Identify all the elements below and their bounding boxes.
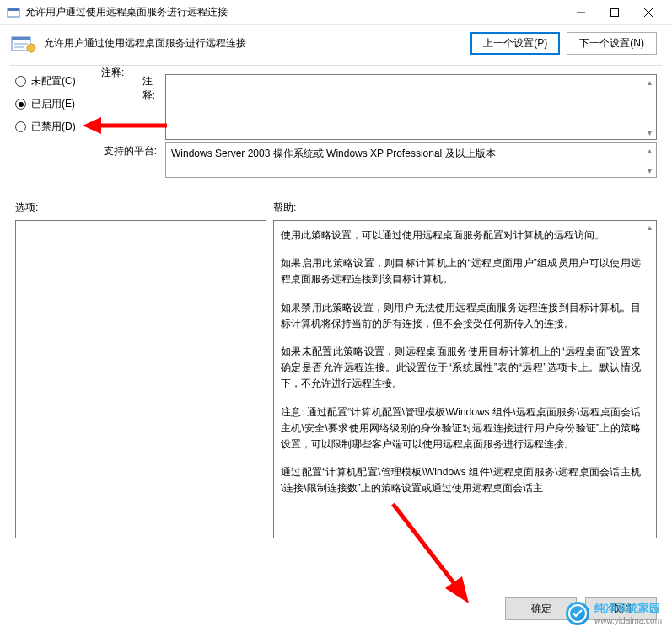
watermark: 纯净系统家园 www.yidaima.com bbox=[566, 601, 662, 625]
svg-marker-14 bbox=[445, 576, 469, 603]
help-paragraph: 通过配置“计算机配置\管理模板\Windows 组件\远程桌面服务\远程桌面会话… bbox=[281, 464, 641, 496]
policy-title: 允许用户通过使用远程桌面服务进行远程连接 bbox=[44, 36, 470, 51]
help-panel[interactable]: 使用此策略设置，可以通过使用远程桌面服务配置对计算机的远程访问。 如果启用此策略… bbox=[273, 220, 657, 538]
policy-icon bbox=[10, 34, 37, 54]
window-title: 允许用户通过使用远程桌面服务进行远程连接 bbox=[25, 5, 564, 19]
options-heading: 选项: bbox=[15, 201, 273, 215]
radio-disabled[interactable]: 已禁用(D) bbox=[15, 120, 165, 134]
app-icon bbox=[7, 6, 20, 19]
header-row: 允许用户通过使用远程桌面服务进行远程连接 上一个设置(P) 下一个设置(N) bbox=[0, 25, 672, 65]
notes-label-abs: 注释: bbox=[101, 66, 124, 80]
help-paragraph: 如果启用此策略设置，则目标计算机上的“远程桌面用户”组成员用户可以使用远程桌面服… bbox=[281, 255, 641, 287]
prev-setting-button[interactable]: 上一个设置(P) bbox=[470, 32, 560, 55]
window-controls bbox=[564, 1, 665, 24]
svg-rect-1 bbox=[8, 8, 19, 11]
maximize-button[interactable] bbox=[598, 1, 632, 24]
state-radio-group: 未配置(C) 已启用(E) 已禁用(D) bbox=[0, 66, 165, 147]
panels-row: 使用此策略设置，可以通过使用远程桌面服务配置对计算机的远程访问。 如果启用此策略… bbox=[0, 218, 672, 538]
chevron-up-icon: ▴ bbox=[644, 77, 654, 87]
help-paragraph: 使用此策略设置，可以通过使用远程桌面服务配置对计算机的远程访问。 bbox=[281, 228, 641, 244]
notes-label: 注释: bbox=[142, 74, 155, 103]
radio-label: 未配置(C) bbox=[31, 74, 76, 88]
chevron-down-icon: ▾ bbox=[644, 127, 654, 137]
help-heading: 帮助: bbox=[273, 201, 657, 215]
chevron-up-icon: ▴ bbox=[644, 222, 654, 233]
platform-text: Windows Server 2003 操作系统或 Windows XP Pro… bbox=[171, 147, 496, 159]
svg-rect-7 bbox=[12, 37, 30, 40]
help-paragraph: 注意: 通过配置“计算机配置\管理模板\Windows 组件\远程桌面服务\远程… bbox=[281, 404, 641, 453]
titlebar: 允许用户通过使用远程桌面服务进行远程连接 bbox=[0, 0, 672, 25]
nav-buttons: 上一个设置(P) 下一个设置(N) bbox=[470, 32, 657, 55]
svg-point-10 bbox=[27, 44, 35, 52]
platform-row: 支持的平台: Windows Server 2003 操作系统或 Windows… bbox=[0, 142, 672, 185]
chevron-down-icon: ▾ bbox=[644, 165, 654, 175]
radio-label: 已启用(E) bbox=[31, 97, 75, 111]
help-paragraph: 如果禁用此策略设置，则用户无法使用远程桌面服务远程连接到目标计算机。目标计算机将… bbox=[281, 300, 641, 332]
radio-icon bbox=[15, 99, 26, 110]
watermark-name: 纯净系统家园 bbox=[594, 602, 660, 614]
close-button[interactable] bbox=[632, 1, 665, 24]
help-paragraph: 如果未配置此策略设置，则远程桌面服务使用目标计算机上的“远程桌面”设置来确定是否… bbox=[281, 344, 641, 393]
platform-box: Windows Server 2003 操作系统或 Windows XP Pro… bbox=[165, 142, 657, 178]
radio-icon bbox=[15, 121, 26, 132]
watermark-url: www.yidaima.com bbox=[594, 616, 662, 625]
radio-icon bbox=[15, 76, 26, 87]
svg-rect-3 bbox=[611, 8, 619, 16]
section-labels: 选项: 帮助: bbox=[0, 185, 672, 218]
options-panel bbox=[15, 220, 266, 538]
chevron-up-icon: ▴ bbox=[644, 145, 654, 155]
platform-label: 支持的平台: bbox=[15, 142, 165, 178]
svg-rect-8 bbox=[14, 43, 28, 45]
watermark-icon bbox=[566, 602, 589, 625]
radio-label: 已禁用(D) bbox=[31, 120, 76, 134]
svg-rect-9 bbox=[14, 46, 24, 48]
notes-textarea[interactable]: ▴ ▾ bbox=[165, 74, 657, 140]
minimize-button[interactable] bbox=[564, 1, 598, 24]
next-setting-button[interactable]: 下一个设置(N) bbox=[567, 32, 657, 55]
